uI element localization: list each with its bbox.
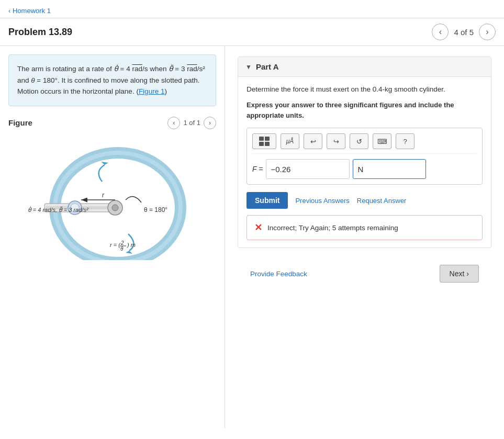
answer-input[interactable] xyxy=(266,159,350,179)
part-section: ▼ Part A Determine the force it must exe… xyxy=(238,57,491,248)
svg-rect-18 xyxy=(259,137,264,141)
prev-problem-button[interactable]: ‹ xyxy=(432,24,449,40)
figure-image: r θ = 180° θ̇ = 4 rad/s, θ̈ = 3 rad/s² r… xyxy=(8,134,216,260)
previous-answers-link[interactable]: Previous Answers xyxy=(295,197,349,205)
top-nav: Homework 1 xyxy=(0,0,504,18)
figure-nav: ‹ 1 of 1 › xyxy=(167,117,216,129)
svg-text:θ: θ xyxy=(120,246,124,252)
submit-button[interactable]: Submit xyxy=(247,192,288,209)
reset-button[interactable]: ↺ xyxy=(350,133,368,149)
incorrect-box: ✕ Incorrect; Try Again; 5 attempts remai… xyxy=(247,215,483,240)
svg-text:θ̇ = 4 rad/s, θ̈ = 3 rad/s²: θ̇ = 4 rad/s, θ̈ = 3 rad/s² xyxy=(28,206,88,213)
figure-section: Figure ‹ 1 of 1 › xyxy=(8,117,216,260)
undo-button[interactable]: ↩ xyxy=(304,133,322,149)
request-answer-link[interactable]: Request Answer xyxy=(357,197,407,205)
answer-toolbar: μÅ ↩ ↪ ↺ ⌨ ? xyxy=(252,133,477,154)
action-row: Submit Previous Answers Request Answer xyxy=(247,192,483,209)
svg-text:2: 2 xyxy=(120,240,124,246)
main-content: The arm is rotating at a rate of θ̇ = 4 … xyxy=(0,46,504,428)
figure-next-button[interactable]: › xyxy=(204,117,216,129)
figure-counter: 1 of 1 xyxy=(183,119,200,127)
figure-header: Figure ‹ 1 of 1 › xyxy=(8,117,216,129)
next-problem-button[interactable]: › xyxy=(479,24,496,40)
matrix-icon xyxy=(259,136,270,147)
svg-text:r: r xyxy=(102,192,105,199)
answer-label: F = xyxy=(252,165,263,173)
matrix-button[interactable] xyxy=(252,133,276,149)
right-panel: ▼ Part A Determine the force it must exe… xyxy=(225,46,504,428)
page-indicator: 4 of 5 xyxy=(454,28,474,37)
figure-svg: r θ = 180° θ̇ = 4 rad/s, θ̈ = 3 rad/s² r… xyxy=(13,134,212,260)
keyboard-button[interactable]: ⌨ xyxy=(373,133,391,149)
mu-button[interactable]: μÅ xyxy=(281,133,299,149)
provide-feedback-link[interactable]: Provide Feedback xyxy=(250,270,307,278)
nav-controls: ‹ 4 of 5 › xyxy=(432,24,496,40)
svg-rect-20 xyxy=(259,142,264,146)
part-body: Determine the force it must exert on the… xyxy=(238,77,491,247)
svg-text:θ = 180°: θ = 180° xyxy=(144,206,167,213)
svg-point-5 xyxy=(112,205,118,211)
incorrect-text: Incorrect; Try Again; 5 attempts remaini… xyxy=(267,224,398,232)
problem-header: Problem 13.89 ‹ 4 of 5 › xyxy=(0,18,504,46)
next-button[interactable]: Next › xyxy=(440,265,479,283)
svg-text:r = (: r = ( xyxy=(110,242,121,248)
answer-row: F = xyxy=(252,159,477,179)
svg-rect-19 xyxy=(265,137,270,141)
answer-container: μÅ ↩ ↪ ↺ ⌨ ? F = xyxy=(247,128,483,185)
problem-description: The arm is rotating at a rate of θ̇ = 4 … xyxy=(8,54,216,106)
help-button[interactable]: ? xyxy=(396,133,415,149)
next-arrow-icon: › xyxy=(466,269,469,278)
bottom-bar: Provide Feedback Next › xyxy=(238,256,491,291)
part-instructions: Express your answer to three significant… xyxy=(247,100,483,120)
figure-prev-button[interactable]: ‹ xyxy=(167,117,180,129)
incorrect-icon: ✕ xyxy=(254,222,262,233)
problem-title: Problem 13.89 xyxy=(8,27,72,38)
unit-input[interactable] xyxy=(353,159,426,179)
redo-button[interactable]: ↪ xyxy=(327,133,345,149)
part-header[interactable]: ▼ Part A xyxy=(238,57,491,77)
next-label: Next xyxy=(450,269,465,278)
part-collapse-arrow: ▼ xyxy=(245,63,252,71)
svg-text:) m: ) m xyxy=(126,242,136,248)
part-label: Part A xyxy=(256,62,279,71)
figure-title: Figure xyxy=(8,118,32,127)
figure-link[interactable]: Figure 1 xyxy=(139,87,165,95)
left-panel: The arm is rotating at a rate of θ̇ = 4 … xyxy=(0,46,225,428)
svg-rect-21 xyxy=(265,142,270,146)
part-question: Determine the force it must exert on the… xyxy=(247,84,483,95)
back-link[interactable]: Homework 1 xyxy=(8,7,51,15)
